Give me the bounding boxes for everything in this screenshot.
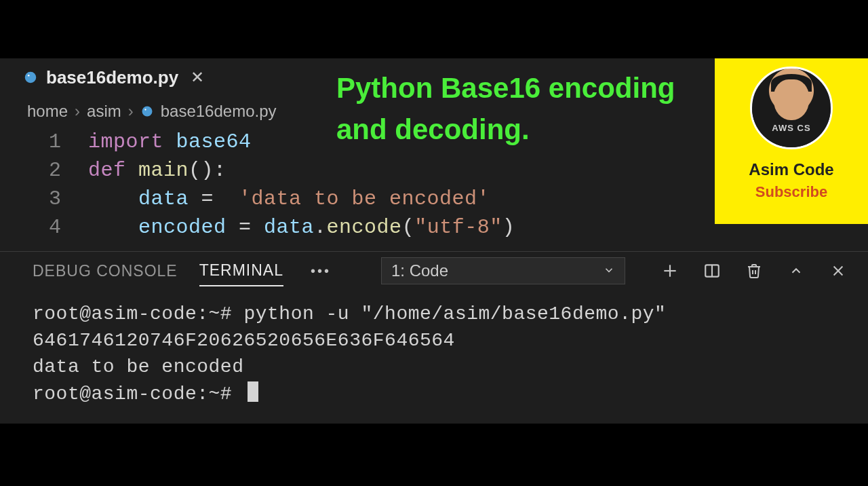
panel-actions xyxy=(660,261,848,280)
split-terminal-icon[interactable] xyxy=(703,261,722,280)
panel-tab-bar: DEBUG CONSOLE TERMINAL ••• 1: Code xyxy=(0,252,868,290)
trash-icon[interactable] xyxy=(745,261,764,280)
close-panel-icon[interactable] xyxy=(829,261,848,280)
svg-point-3 xyxy=(144,109,146,110)
tab-filename: base16demo.py xyxy=(46,67,178,88)
file-tab[interactable]: base16demo.py ✕ xyxy=(16,58,211,96)
letterbox-top xyxy=(0,0,868,58)
terminal-cursor xyxy=(248,381,258,402)
svg-point-2 xyxy=(142,107,152,117)
avatar: AWS CS xyxy=(750,67,833,149)
line-number: 2 xyxy=(0,159,88,182)
chevron-up-icon[interactable] xyxy=(787,261,806,280)
svg-point-0 xyxy=(25,72,37,83)
breadcrumb-asim[interactable]: asim xyxy=(87,102,121,121)
line-number: 3 xyxy=(0,187,88,210)
terminal-selector-label: 1: Code xyxy=(391,261,448,280)
svg-point-1 xyxy=(28,75,30,77)
chevron-right-icon: › xyxy=(128,102,134,121)
subscribe-link[interactable]: Subscribe xyxy=(755,183,827,201)
tab-terminal[interactable]: TERMINAL xyxy=(199,256,283,286)
terminal-selector[interactable]: 1: Code xyxy=(381,257,625,284)
line-number: 1 xyxy=(0,130,88,153)
line-number: 4 xyxy=(0,216,88,239)
video-title-overlay: Python Base16 encoding and decoding. xyxy=(336,68,716,151)
channel-name: Asim Code xyxy=(749,160,833,179)
code-content: import base64 xyxy=(88,130,252,153)
letterbox-bottom xyxy=(0,424,868,486)
breadcrumb-home[interactable]: home xyxy=(27,102,68,121)
python-file-icon xyxy=(140,105,154,118)
code-content: def main(): xyxy=(88,159,226,182)
code-content: encoded = data.encode("utf-8") xyxy=(88,216,515,239)
python-file-icon xyxy=(23,70,38,85)
breadcrumb-file[interactable]: base16demo.py xyxy=(161,102,277,121)
code-content: data = 'data to be encoded' xyxy=(88,187,490,210)
terminal-panel: DEBUG CONSOLE TERMINAL ••• 1: Code xyxy=(0,251,868,424)
terminal-line: root@asim-code:~# xyxy=(33,381,835,407)
new-terminal-icon[interactable] xyxy=(660,261,679,280)
channel-card: AWS CS Asim Code Subscribe xyxy=(715,58,868,224)
terminal-output[interactable]: root@asim-code:~# python -u "/home/asim/… xyxy=(0,290,868,418)
tab-debug-console[interactable]: DEBUG CONSOLE xyxy=(33,257,178,286)
chevron-right-icon: › xyxy=(75,102,80,121)
chevron-down-icon xyxy=(603,261,615,280)
terminal-line: root@asim-code:~# python -u "/home/asim/… xyxy=(33,301,835,327)
more-icon[interactable]: ••• xyxy=(311,263,331,279)
terminal-line: 6461746120746F20626520656E636F646564 xyxy=(33,327,835,354)
terminal-line: data to be encoded xyxy=(33,354,835,380)
close-icon[interactable]: ✕ xyxy=(191,68,204,87)
